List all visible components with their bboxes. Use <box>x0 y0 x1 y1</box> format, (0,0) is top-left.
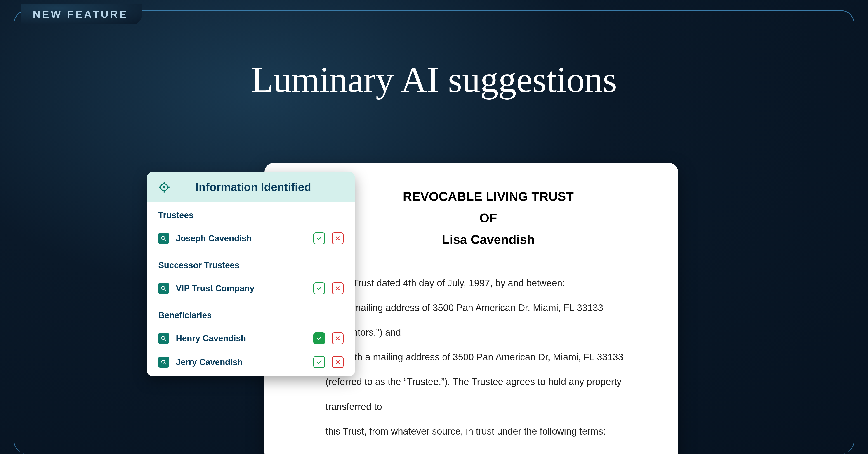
suggestion-name: Henry Cavendish <box>176 334 307 343</box>
doc-line: with a mailing address of 3500 Pan Ameri… <box>326 295 651 320</box>
svg-point-6 <box>162 236 165 239</box>
target-icon <box>158 181 170 193</box>
section-title: Successor Trustees <box>158 260 344 270</box>
doc-heading-line3: Lisa Cavendish <box>326 229 651 250</box>
suggestion-name: Joseph Cavendish <box>176 233 307 243</box>
reject-button[interactable] <box>332 333 344 344</box>
doc-heading-line1: REVOCABLE LIVING TRUST <box>326 186 651 207</box>
suggestion-row: VIP Trust Company <box>158 277 344 300</box>
feature-badge: NEW FEATURE <box>22 4 142 24</box>
panel-section: Successor TrusteesVIP Trust Company <box>147 252 355 302</box>
reject-button[interactable] <box>332 232 344 244</box>
suggestion-row: Jerry Cavendish <box>158 350 344 374</box>
page-title: Luminary AI suggestions <box>0 59 868 101</box>
search-icon[interactable] <box>158 333 169 344</box>
svg-line-11 <box>164 289 166 291</box>
doc-line: Living Trust dated 4th day of July, 1997… <box>326 271 651 295</box>
reject-button[interactable] <box>332 282 344 294</box>
feature-badge-text: NEW FEATURE <box>33 8 128 20</box>
search-icon[interactable] <box>158 283 169 294</box>
accept-button[interactable] <box>313 356 325 368</box>
svg-point-18 <box>162 360 165 363</box>
reject-button[interactable] <box>332 356 344 368</box>
accept-button[interactable] <box>313 333 325 344</box>
svg-line-7 <box>164 239 166 240</box>
suggestion-name: VIP Trust Company <box>176 284 307 293</box>
doc-line: this Trust, from whatever source, in tru… <box>326 419 651 444</box>
svg-point-14 <box>162 336 165 339</box>
panel-section: TrusteesJoseph Cavendish <box>147 202 355 252</box>
search-icon[interactable] <box>158 357 169 368</box>
svg-line-19 <box>164 363 166 364</box>
panel-section: BeneficiariesHenry CavendishJerry Cavend… <box>147 302 355 376</box>
section-title: Trustees <box>158 210 344 220</box>
svg-point-10 <box>162 286 165 289</box>
svg-point-1 <box>163 187 165 188</box>
info-identified-panel: Information Identified TrusteesJoseph Ca… <box>147 172 355 376</box>
svg-line-15 <box>164 339 166 341</box>
document-heading: REVOCABLE LIVING TRUST OF Lisa Cavendish <box>326 186 651 250</box>
accept-button[interactable] <box>313 282 325 294</box>
doc-line: dish with a mailing address of 3500 Pan … <box>326 345 651 369</box>
suggestion-name: Jerry Cavendish <box>176 357 307 367</box>
accept-button[interactable] <box>313 232 325 244</box>
doc-line: (referred to as the “Trustee,”). The Tru… <box>326 369 651 419</box>
doc-heading-line2: OF <box>326 207 651 229</box>
panel-title: Information Identified <box>179 180 328 194</box>
panel-header: Information Identified <box>147 172 355 202</box>
search-icon[interactable] <box>158 233 169 244</box>
document-body: Living Trust dated 4th day of July, 1997… <box>326 271 651 444</box>
section-title: Beneficiaries <box>158 311 344 320</box>
doc-line: e “Grantors,”) and <box>326 320 651 345</box>
suggestion-row: Joseph Cavendish <box>158 227 344 250</box>
suggestion-row: Henry Cavendish <box>158 327 344 350</box>
